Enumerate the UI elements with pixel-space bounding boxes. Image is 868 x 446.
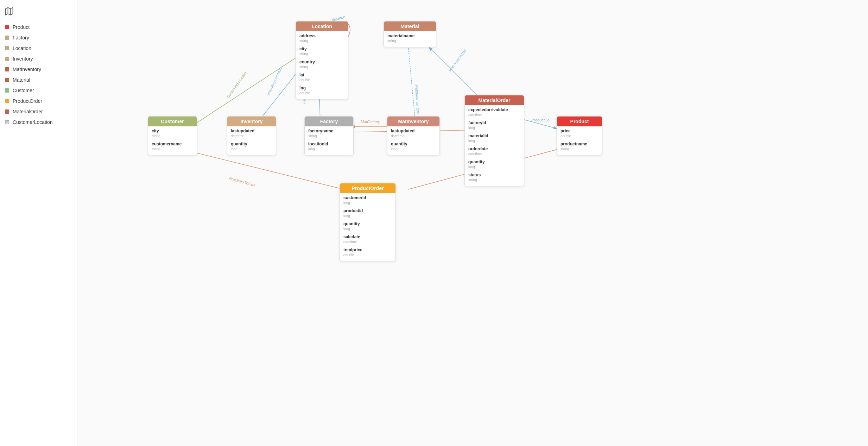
svg-text:MatOrderToMat: MatOrderToMat bbox=[448, 48, 467, 73]
sidebar-color-indicator bbox=[5, 88, 9, 93]
sidebar-color-indicator bbox=[5, 120, 9, 124]
sidebar-item-customer[interactable]: Customer bbox=[0, 85, 77, 96]
sidebar-item-label: Inventory bbox=[13, 56, 33, 62]
svg-text:ProductCo: ProductCo bbox=[531, 118, 550, 122]
entity-location-header: Location bbox=[296, 21, 348, 31]
sidebar-item-inventory[interactable]: Inventory bbox=[0, 54, 77, 64]
sidebar-item-label: Product bbox=[13, 24, 30, 30]
sidebar-item-material[interactable]: Material bbox=[0, 75, 77, 85]
entity-materialorder-header: MaterialOrder bbox=[465, 95, 524, 105]
entity-productorder: ProductOrder customeridlong productidlon… bbox=[340, 183, 396, 261]
app-logo bbox=[0, 4, 77, 22]
svg-text:ProOrderToCus: ProOrderToCus bbox=[228, 176, 256, 187]
svg-line-3 bbox=[194, 51, 306, 125]
entity-customer: Customer citystring customernamestring bbox=[148, 116, 197, 155]
entity-inventory-header: Inventory bbox=[227, 117, 276, 126]
sidebar-color-indicator bbox=[5, 67, 9, 71]
entity-product: Product pricedouble productnamestring bbox=[557, 116, 602, 155]
sidebar-list: ProductFactoryLocationInventoryMatInvent… bbox=[0, 22, 77, 127]
entity-product-header: Product bbox=[557, 117, 602, 126]
entity-material-header: Material bbox=[384, 21, 436, 31]
sidebar-color-indicator bbox=[5, 78, 9, 82]
entity-matinventory-header: MatInventory bbox=[387, 117, 439, 126]
sidebar-color-indicator bbox=[5, 36, 9, 40]
entity-materialorder: MaterialOrder expectedarrivaldatedatetim… bbox=[464, 95, 524, 186]
sidebar-item-label: Factory bbox=[13, 35, 29, 40]
svg-text:CustomerLocation: CustomerLocation bbox=[226, 71, 247, 99]
diagram-canvas[interactable]: Distance CustomerLocation InventoryLocat… bbox=[77, 0, 868, 446]
sidebar-item-productorder[interactable]: ProductOrder bbox=[0, 96, 77, 106]
sidebar-color-indicator bbox=[5, 57, 9, 61]
sidebar-item-matinventory[interactable]: MatInventory bbox=[0, 64, 77, 75]
entity-factory: Factory factorynamestring locationidlong bbox=[304, 116, 354, 155]
sidebar-item-label: CustomerLocation bbox=[13, 119, 53, 125]
sidebar-item-product[interactable]: Product bbox=[0, 22, 77, 32]
entity-customer-header: Customer bbox=[148, 117, 197, 126]
sidebar-color-indicator bbox=[5, 46, 9, 50]
entity-material: Material materialnamestring bbox=[384, 21, 436, 47]
svg-line-11 bbox=[408, 46, 415, 120]
sidebar: ProductFactoryLocationInventoryMatInvent… bbox=[0, 0, 77, 446]
sidebar-color-indicator bbox=[5, 25, 9, 29]
sidebar-item-label: Location bbox=[13, 45, 31, 51]
sidebar-item-materialorder[interactable]: MaterialOrder bbox=[0, 106, 77, 117]
svg-line-15 bbox=[524, 120, 557, 128]
svg-text:InventoryLocation: InventoryLocation bbox=[266, 67, 283, 96]
entity-matinventory: MatInventory lastupdateddatetime quantit… bbox=[387, 116, 440, 155]
svg-line-13 bbox=[429, 48, 482, 100]
sidebar-item-location[interactable]: Location bbox=[0, 43, 77, 54]
sidebar-item-label: Material bbox=[13, 77, 30, 83]
entity-productorder-header: ProductOrder bbox=[340, 183, 395, 193]
sidebar-item-factory[interactable]: Factory bbox=[0, 32, 77, 43]
sidebar-item-customerlocation[interactable]: CustomerLocation bbox=[0, 117, 77, 127]
sidebar-color-indicator bbox=[5, 99, 9, 103]
svg-text:MatFactory: MatFactory bbox=[361, 120, 381, 124]
entity-location: Location addressstring citystring countr… bbox=[296, 21, 348, 99]
entity-inventory: Inventory lastupdateddatetime quantitylo… bbox=[227, 116, 276, 155]
sidebar-item-label: MatInventory bbox=[13, 67, 41, 72]
entity-factory-header: Factory bbox=[305, 117, 353, 126]
sidebar-item-label: MaterialOrder bbox=[13, 109, 43, 114]
sidebar-item-label: ProductOrder bbox=[13, 98, 42, 104]
sidebar-color-indicator bbox=[5, 109, 9, 114]
sidebar-item-label: Customer bbox=[13, 88, 34, 93]
svg-text:MaterialInventory: MaterialInventory bbox=[414, 84, 420, 114]
